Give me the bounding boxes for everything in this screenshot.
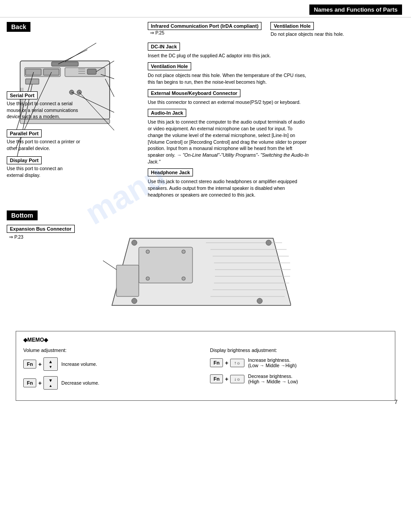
bright-down-range: (High → Middle → Low) — [248, 379, 298, 384]
vol-up-key: ▲▼ — [43, 357, 58, 371]
ventilation2-desc: Do not place objects near this hole. Whe… — [148, 72, 309, 85]
ventilation1-label: Ventilation Hole — [270, 22, 314, 30]
svg-point-45 — [132, 240, 137, 245]
header-title: Names and Functions of Parts — [309, 4, 402, 15]
bright-up-range: (Low → Middle →High) — [248, 363, 297, 368]
svg-point-46 — [266, 240, 271, 245]
bright-down-key: ↓☼ — [230, 375, 244, 383]
vol-up-desc: Increase volume. — [61, 361, 97, 367]
vol-down-desc: Decrease volume. — [61, 380, 99, 386]
ext-mouse-desc: Use this connector to connect an externa… — [148, 99, 309, 106]
serial-port-label: Serial Port — [7, 91, 38, 99]
display-port-desc: Use this port to connect an external dis… — [7, 165, 81, 178]
bright-down-desc: Decrease brightness. — [248, 373, 292, 379]
fn-key-vol-up: Fn — [23, 360, 36, 369]
svg-point-43 — [132, 298, 137, 304]
bright-down-row: Fn + ↓☼ Decrease brightness. (High → Mid… — [210, 373, 388, 384]
ventilation2-label: Ventilation Hole — [148, 62, 191, 70]
display-port-block: Display Port Use this port to connect an… — [7, 156, 81, 181]
memo-box: ◆MEMO◆ Volume adjustment: Fn + ▲▼ Increa… — [16, 331, 395, 401]
vol-down-key: ▼▲ — [43, 376, 58, 390]
bottom-diagram — [103, 225, 404, 324]
svg-line-42 — [103, 261, 116, 270]
dcin-label: DC-IN Jack — [148, 43, 180, 51]
audio-in-block: Audio-In Jack Use this jack to connect t… — [148, 109, 404, 165]
memo-volume-col: Volume adjustment: Fn + ▲▼ Increase volu… — [23, 348, 201, 395]
right-labels: DC-IN Jack Insert the DC plug of the sup… — [148, 43, 404, 198]
svg-point-31 — [146, 277, 150, 280]
bright-up-desc: Increase brightness. — [248, 357, 291, 363]
svg-rect-5 — [26, 79, 39, 84]
infrared-label: Infrared Communication Port (IrDA compli… — [148, 22, 261, 30]
svg-point-29 — [146, 250, 150, 253]
svg-line-19 — [65, 43, 96, 62]
memo-columns: Volume adjustment: Fn + ▲▼ Increase volu… — [23, 348, 388, 395]
dcin-block: DC-IN Jack Insert the DC plug of the sup… — [148, 43, 404, 59]
ext-mouse-block: External Mouse/Keyboard Connector Use th… — [148, 89, 404, 106]
memo-vol-title: Volume adjustment: — [23, 348, 201, 353]
memo-header-text: ◆MEMO◆ — [23, 337, 48, 343]
top-labels: Infrared Communication Port (IrDA compli… — [148, 22, 404, 40]
memo-brightness-col: Display brightness adjustment: Fn + ↑☼ I… — [210, 348, 388, 395]
expansion-bus-label: Expansion Bus Connector — [7, 225, 75, 233]
headphone-desc: Use this jack to connect stereo audio he… — [148, 178, 309, 198]
svg-rect-6 — [87, 69, 96, 74]
back-section: Back — [7, 22, 404, 202]
ventilation2-block: Ventilation Hole Do not place objects ne… — [148, 62, 404, 85]
svg-rect-10 — [51, 62, 78, 66]
fn-key-bright-down: Fn — [210, 374, 223, 383]
memo-bright-title: Display brightness adjustment: — [210, 348, 388, 353]
infrared-block: Infrared Communication Port (IrDA compli… — [148, 22, 261, 40]
audio-in-desc: Use this jack to connect the computer to… — [148, 119, 309, 165]
bright-up-row: Fn + ↑☼ Increase brightness. (Low → Midd… — [210, 357, 388, 368]
bright-up-desc-block: Increase brightness. (Low → Middle →High… — [246, 357, 297, 368]
plus-bright-down: + — [225, 376, 228, 382]
ventilation1-block: Ventilation Hole Do not place objects ne… — [270, 22, 344, 40]
plus-vol-down: + — [38, 380, 42, 386]
expansion-bus-block: Expansion Bus Connector ⇒ P.23 — [7, 225, 96, 240]
fn-key-bright-up: Fn — [210, 358, 223, 367]
infrared-ref: ⇒ P.25 — [150, 30, 261, 35]
bottom-diagram-svg — [103, 225, 291, 323]
svg-point-32 — [182, 277, 185, 280]
back-section-label: Back — [7, 22, 30, 32]
audio-in-label: Audio-In Jack — [148, 109, 186, 117]
headphone-block: Headphone Jack Use this jack to connect … — [148, 168, 404, 198]
dcin-desc: Insert the DC plug of the supplied AC ad… — [148, 52, 404, 59]
serial-port-desc: Use this port to connect a serial mouse … — [7, 100, 81, 120]
parallel-port-label: Parallel Port — [7, 129, 42, 137]
bright-up-key: ↑☼ — [230, 359, 244, 367]
headphone-label: Headphone Jack — [148, 168, 193, 176]
parallel-port-desc: Use this port to connect a printer or ot… — [7, 138, 81, 151]
bottom-section-label: Bottom — [7, 210, 38, 220]
svg-point-44 — [257, 298, 262, 304]
svg-point-30 — [182, 250, 185, 253]
bright-down-desc-block: Decrease brightness. (High → Middle → Lo… — [246, 373, 298, 384]
bottom-section: Bottom Expansion Bus Connector ⇒ P.23 — [7, 210, 404, 324]
fn-key-vol-down: Fn — [23, 378, 36, 387]
memo-header: ◆MEMO◆ — [23, 337, 388, 343]
serial-port-block: Serial Port Use this port to connect a s… — [7, 91, 81, 123]
page-body: manu Back — [0, 20, 411, 410]
ventilation1-desc: Do not place objects near this hole. — [270, 31, 344, 38]
page-header: Names and Functions of Parts — [0, 0, 411, 17]
plus-vol-up: + — [38, 361, 42, 368]
vol-down-row: Fn + ▼▲ Decrease volume. — [23, 376, 201, 390]
expansion-bus-ref: ⇒ P.23 — [9, 234, 96, 240]
display-port-label: Display Port — [7, 156, 42, 164]
page-number: 7 — [394, 399, 398, 405]
parallel-port-block: Parallel Port Use this port to connect a… — [7, 129, 81, 154]
svg-rect-28 — [116, 265, 139, 296]
ext-mouse-label: External Mouse/Keyboard Connector — [148, 89, 240, 97]
plus-bright-up: + — [225, 360, 228, 366]
vol-up-row: Fn + ▲▼ Increase volume. — [23, 357, 201, 371]
